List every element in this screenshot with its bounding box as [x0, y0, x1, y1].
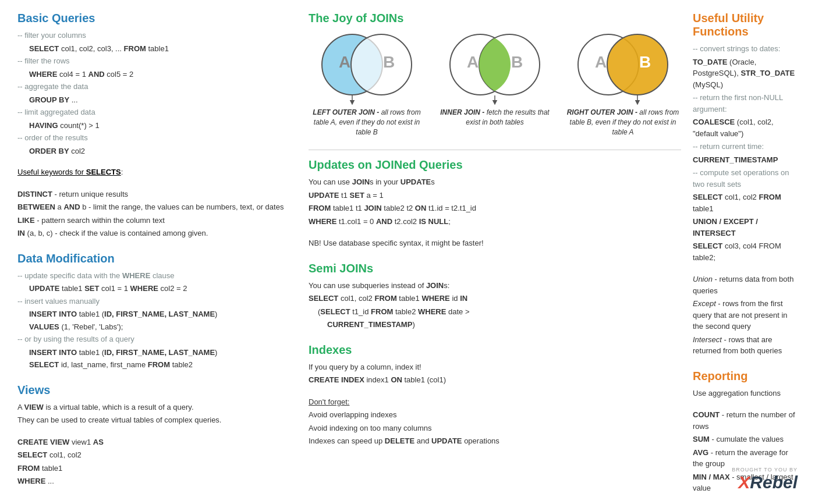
comment-insert-query: -- or by using the results of a query — [17, 333, 291, 345]
join-diagrams: A B LEFT OUTER JOIN - all — [309, 30, 681, 137]
left-outer-join-diagram: A B LEFT OUTER JOIN - all — [309, 30, 425, 137]
comment-order: -- order of the results — [17, 132, 291, 144]
util-union: UNION / EXCEPT / INTERSECT — [693, 216, 798, 239]
util-coalesce: COALESCE (col1, col2, "default value") — [693, 116, 798, 139]
svg-text:A: A — [339, 53, 350, 71]
reporting-heading: Reporting — [693, 370, 798, 383]
except-desc: Except - rows from the first query that … — [693, 298, 798, 332]
svg-text:B: B — [511, 53, 523, 71]
comment-limit-agg: -- limit aggregated data — [17, 107, 291, 118]
updates-line2: UPDATE t1 SET a = 1 — [309, 190, 681, 201]
dont-forget1: Avoid overlapping indexes — [309, 409, 681, 421]
union-desc: Union - returns data from both queries — [693, 274, 798, 296]
views-heading: Views — [17, 384, 291, 397]
basic-queries-heading: Basic Queries — [17, 12, 291, 25]
data-modification-heading: Data Modification — [17, 252, 291, 265]
comment-update: -- update specific data with the WHERE c… — [17, 270, 291, 282]
views-section: Views A VIEW is a virtual table, which i… — [17, 384, 291, 487]
inner-join-caption: INNER JOIN - fetch the results that exis… — [437, 108, 553, 127]
updates-joined-section: Updates on JOINed Queries You can use JO… — [309, 158, 681, 249]
x-letter: X — [738, 473, 750, 492]
data-modification-section: Data Modification -- update specific dat… — [17, 252, 291, 371]
branding: BROUGHT TO YOU BY XRebel — [732, 467, 798, 492]
comment-aggregate: -- aggregate the data — [17, 81, 291, 93]
comment-insert-manual: -- insert values manually — [17, 296, 291, 307]
sum-func: SUM - cumulate the values — [693, 434, 798, 445]
count-func: COUNT - return the number of rows — [693, 409, 798, 432]
updates-joined-heading: Updates on JOINed Queries — [309, 158, 681, 172]
values-code: VALUES (1, 'Rebel', 'Labs'); — [29, 321, 291, 333]
right-outer-join-diagram: A B RIGHT OUTER JOIN - all rows from tab… — [565, 30, 681, 137]
right-column: Useful Utility Functions -- convert stri… — [693, 12, 798, 504]
util-comment4: -- compute set operations on two result … — [693, 167, 798, 190]
util-select1: SELECT col1, col2 FROM table1 — [693, 191, 798, 214]
select-code: SELECT col1, col2, col3, ... FROM table1 — [29, 43, 291, 55]
basic-queries-section: Basic Queries -- filter your columns SEL… — [17, 12, 291, 239]
semi-line2: SELECT col1, col2 FROM table1 WHERE id I… — [309, 293, 681, 304]
left-column: Basic Queries -- filter your columns SEL… — [17, 12, 297, 504]
utility-functions-section: Useful Utility Functions -- convert stri… — [693, 12, 798, 357]
indexes-section: Indexes If you query by a column, index … — [309, 343, 681, 447]
like-keyword: LIKE - pattern search within the column … — [17, 215, 291, 226]
where-code: WHERE col4 = 1 AND col5 = 2 — [29, 69, 291, 80]
comment-filter-rows: -- filter the rows — [17, 55, 291, 67]
svg-point-1 — [351, 34, 412, 95]
between-keyword: BETWEEN a AND b - limit the range, the v… — [17, 201, 291, 213]
joins-section: The Joy of JOINs A B — [309, 12, 681, 137]
updates-line3: FROM table1 t1 JOIN table2 t2 ON t1.id =… — [309, 203, 681, 214]
util-select2: SELECT col3, col4 FROM table2; — [693, 240, 798, 263]
select-insert-code: SELECT id, last_name, first_name FROM ta… — [29, 359, 291, 371]
where-view-code: WHERE ... — [17, 475, 291, 487]
indexes-line2: CREATE INDEX index1 ON table1 (col1) — [309, 374, 681, 386]
avg-func: AVG - return the average for the group — [693, 447, 798, 470]
in-keyword: IN (a, b, c) - check if the value is con… — [17, 228, 291, 239]
util-timestamp: CURRENT_TIMESTAMP — [693, 154, 798, 166]
svg-text:B: B — [383, 53, 395, 71]
middle-column: The Joy of JOINs A B — [309, 12, 681, 504]
insert-code1: INSERT INTO table1 (ID, FIRST_NAME, LAST… — [29, 308, 291, 320]
semi-joins-section: Semi JOINs You can use subqueries instea… — [309, 262, 681, 331]
joins-heading: The Joy of JOINs — [309, 12, 681, 25]
inner-join-diagram: A B INNER JOIN - fetch the results that … — [437, 30, 553, 127]
svg-text:B: B — [639, 53, 651, 71]
util-todate: TO_DATE (Oracle, PostgreSQL), STR_TO_DAT… — [693, 56, 798, 91]
distinct-keyword: DISTINCT - return unique results — [17, 189, 291, 200]
views-intro1: A VIEW is a virtual table, which is a re… — [17, 402, 291, 413]
groupby-code: GROUP BY ... — [29, 94, 291, 106]
create-view-code: CREATE VIEW view1 AS — [17, 436, 291, 448]
util-comment1: -- convert strings to dates: — [693, 43, 798, 55]
left-outer-caption: LEFT OUTER JOIN - all rows from table A,… — [309, 108, 425, 137]
semi-line4: CURRENT_TIMESTAMP) — [327, 319, 681, 331]
utility-functions-heading: Useful Utility Functions — [693, 12, 798, 38]
semi-joins-heading: Semi JOINs — [309, 262, 681, 275]
right-outer-venn: A B — [565, 30, 681, 105]
useful-keywords-heading: Useful keywords for SELECTS: — [17, 166, 291, 178]
xrebel-logo: XRebel — [732, 473, 798, 492]
update-code: UPDATE table1 SET col1 = 1 WHERE col2 = … — [29, 283, 291, 294]
inner-join-venn: A B — [437, 30, 553, 105]
having-code: HAVING count(*) > 1 — [29, 120, 291, 132]
intersect-desc: Intersect - rows that are returned from … — [693, 334, 798, 357]
svg-point-14 — [607, 34, 668, 95]
dont-forget-heading: Don't forget: — [309, 396, 681, 408]
select-view-code: SELECT col1, col2 — [17, 449, 291, 461]
semi-line1: You can use subqueries instead of JOINs: — [309, 280, 681, 292]
updates-nb: NB! Use database specific syntax, it mig… — [309, 237, 681, 249]
dont-forget2: Avoid indexing on too many columns — [309, 423, 681, 434]
divider1 — [309, 150, 681, 150]
reporting-intro: Use aggregation functions — [693, 388, 798, 399]
brought-to-you: BROUGHT TO YOU BY — [732, 467, 798, 473]
views-intro2: They can be used to create virtual table… — [17, 414, 291, 426]
semi-line3: (SELECT t1_id FROM table2 WHERE date > — [318, 306, 681, 318]
orderby-code: ORDER BY col2 — [29, 145, 291, 157]
left-outer-venn: A B — [309, 30, 425, 105]
updates-line4: WHERE t1.col1 = 0 AND t2.col2 IS NULL; — [309, 216, 681, 228]
util-comment3: -- return current time: — [693, 141, 798, 152]
util-comment2: -- return the first non-NULL argument: — [693, 92, 798, 115]
comment-filter-cols: -- filter your columns — [17, 30, 291, 41]
insert-code2: INSERT INTO table1 (ID, FIRST_NAME, LAST… — [29, 347, 291, 359]
dont-forget3: Indexes can speed up DELETE and UPDATE o… — [309, 435, 681, 447]
svg-text:A: A — [595, 53, 607, 71]
indexes-line1: If you query by a column, index it! — [309, 361, 681, 373]
updates-line1: You can use JOINs in your UPDATEs — [309, 176, 681, 188]
